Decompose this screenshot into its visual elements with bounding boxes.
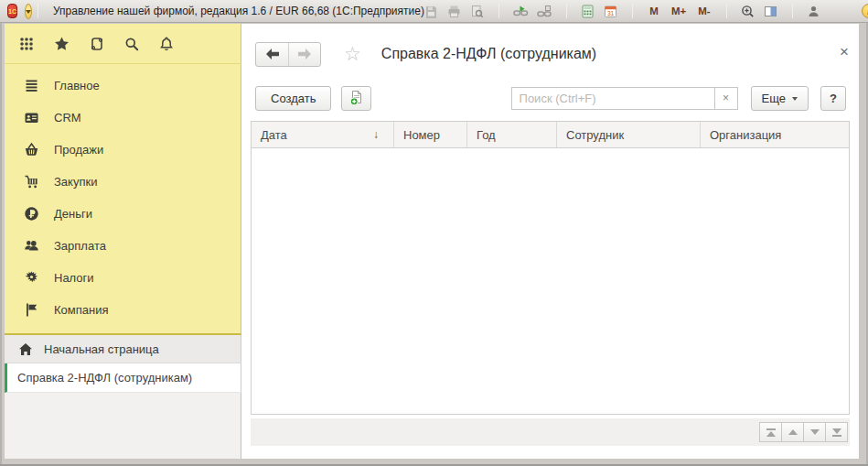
sidebar-item-crm[interactable]: CRM — [5, 102, 241, 134]
arrow-left-icon — [265, 49, 280, 60]
open-window-tab-2ndfl[interactable]: Справка 2-НДФЛ (сотрудникам) — [5, 363, 241, 393]
titlebar-toolbar: 31 M M+ M- i — [424, 3, 868, 19]
favorite-star-icon[interactable]: ☆ — [344, 43, 361, 65]
sidebar-item-label: Закупки — [54, 175, 97, 189]
memory-m-plus-button[interactable]: M+ — [670, 3, 688, 19]
sidebar-item-main[interactable]: Главное — [5, 70, 241, 102]
sidebar-item-money[interactable]: Деньги — [5, 198, 241, 230]
main-menu-button[interactable] — [25, 4, 32, 19]
calculator-icon[interactable] — [581, 3, 595, 19]
eagle-emblem-icon — [24, 270, 39, 286]
triangle-down-icon — [832, 428, 841, 434]
divider — [792, 4, 793, 18]
sidebar-item-taxes[interactable]: Налоги — [5, 262, 241, 294]
close-form-button[interactable]: × — [840, 46, 849, 59]
sidebar-item-label: Продажи — [54, 143, 103, 157]
sidebar-item-label: Зарплата — [54, 239, 106, 253]
column-header-date[interactable]: Дата ↓ — [252, 122, 394, 147]
sidebar-item-company[interactable]: Компания — [5, 294, 241, 326]
history-scroll-icon[interactable] — [90, 37, 104, 51]
column-header-year[interactable]: Год — [467, 122, 557, 147]
calendar-day-label: 31 — [607, 9, 615, 16]
search-icon[interactable] — [124, 37, 139, 51]
chevron-down-icon — [26, 10, 31, 16]
triangle-down-icon — [810, 429, 820, 435]
sidebar-item-label: CRM — [54, 111, 81, 125]
column-header-number[interactable]: Номер — [394, 122, 467, 147]
sidebar-item-home-page[interactable]: Начальная страница — [5, 335, 241, 363]
home-icon — [18, 342, 33, 356]
1c-logo-icon: 1С — [7, 4, 17, 18]
documents-list-table: Дата ↓ Номер Год Сотрудник Организация — [251, 121, 850, 415]
print-preview-icon[interactable] — [470, 3, 485, 19]
column-label: Год — [477, 128, 496, 142]
save-icon[interactable] — [424, 3, 439, 19]
app-window: 1С Управление нашей фирмой, редакция 1.6… — [0, 0, 868, 466]
clear-search-button[interactable]: × — [714, 87, 738, 110]
info-button[interactable]: i — [862, 3, 868, 19]
divider — [566, 4, 567, 18]
sidebar-item-sales[interactable]: Продажи — [5, 134, 241, 166]
go-first-row-button[interactable] — [759, 422, 782, 442]
triangle-up-icon — [766, 431, 776, 437]
divider — [726, 4, 727, 18]
go-last-row-button[interactable] — [825, 422, 848, 442]
search-input[interactable] — [511, 87, 714, 110]
sidebar-item-label: Деньги — [54, 207, 92, 221]
history-nav — [255, 42, 321, 67]
form-toolbar: Создать × Еще ? — [255, 84, 846, 112]
column-label: Сотрудник — [566, 128, 624, 142]
add-favorite-link-icon[interactable] — [513, 3, 529, 19]
calendar-icon[interactable]: 31 — [604, 3, 618, 19]
memory-m-button[interactable]: M — [647, 3, 661, 19]
more-actions-button[interactable]: Еще — [751, 86, 809, 111]
column-header-organization[interactable]: Организация — [701, 122, 849, 147]
divider — [38, 4, 38, 18]
contact-card-icon — [24, 110, 39, 125]
back-button[interactable] — [256, 43, 288, 66]
people-icon — [24, 238, 39, 254]
help-button[interactable]: ? — [820, 86, 846, 111]
search-group: × — [511, 87, 738, 110]
arrow-right-icon — [297, 49, 312, 60]
chevron-down-icon — [792, 97, 798, 103]
bar-icon — [766, 428, 776, 430]
cart-icon — [24, 174, 39, 190]
sidebar-item-purchases[interactable]: Закупки — [5, 166, 241, 198]
notifications-bell-icon[interactable] — [159, 37, 174, 51]
split-window-icon[interactable] — [764, 3, 778, 19]
go-previous-row-button[interactable] — [781, 422, 804, 442]
favorites-star-icon[interactable] — [54, 37, 70, 51]
basket-icon — [24, 142, 39, 157]
sidebar-item-salary[interactable]: Зарплата — [5, 230, 241, 262]
column-label: Организация — [710, 128, 781, 142]
form-title: Справка 2-НДФЛ (сотрудникам) — [381, 46, 596, 62]
column-header-employee[interactable]: Сотрудник — [557, 122, 701, 147]
sections-panel: Главное CRM Продажи Закупки Деньги — [5, 64, 241, 335]
triangle-up-icon — [788, 429, 798, 435]
create-button[interactable]: Создать — [255, 86, 331, 111]
apps-grid-icon[interactable] — [19, 37, 34, 51]
create-by-copy-button[interactable] — [341, 86, 371, 111]
table-pager — [251, 418, 850, 446]
window-content: Главное CRM Продажи Закупки Деньги — [5, 24, 859, 459]
memory-m-minus-button[interactable]: M- — [696, 3, 712, 19]
zoom-scale-icon[interactable] — [741, 3, 755, 19]
form-area: × ☆ Справка 2-НДФЛ (сотрудникам) Создать — [241, 24, 859, 459]
sidebar-tools-panel — [5, 24, 241, 64]
ruble-coin-icon — [24, 206, 39, 222]
print-icon[interactable] — [447, 3, 462, 19]
copy-document-icon — [348, 90, 365, 106]
go-to-link-icon[interactable] — [537, 3, 552, 19]
column-label: Дата — [261, 128, 287, 142]
bar-icon — [832, 435, 841, 437]
flag-icon — [24, 302, 39, 318]
go-next-row-button[interactable] — [803, 422, 826, 442]
home-page-label: Начальная страница — [44, 342, 159, 356]
table-body-empty[interactable] — [252, 148, 849, 414]
sidebar-item-label: Налоги — [54, 271, 94, 285]
table-header-row: Дата ↓ Номер Год Сотрудник Организация — [252, 122, 849, 148]
sidebar: Главное CRM Продажи Закупки Деньги — [5, 24, 241, 459]
forward-button[interactable] — [288, 43, 320, 66]
user-icon[interactable] — [807, 3, 821, 19]
